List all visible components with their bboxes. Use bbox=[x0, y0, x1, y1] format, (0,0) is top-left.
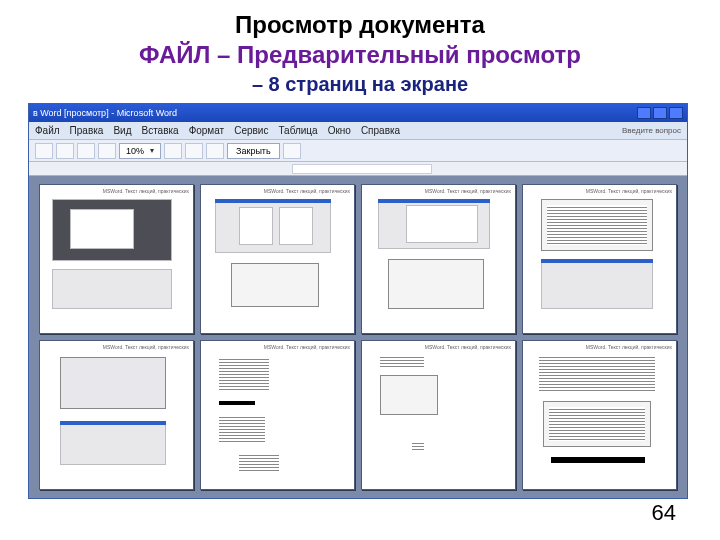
word-window: в Word [просмотр] - Microsoft Word Файл … bbox=[28, 103, 688, 499]
menu-help[interactable]: Справка bbox=[361, 125, 400, 136]
title-line-3: – 8 страниц на экране bbox=[28, 72, 692, 97]
help-hint[interactable]: Введите вопрос bbox=[622, 126, 681, 135]
page-thumbnail-7[interactable]: MSWord. Текст лекций, практических bbox=[361, 340, 516, 490]
print-button[interactable] bbox=[35, 143, 53, 159]
page-thumbnail-1[interactable]: MSWord. Текст лекций, практических bbox=[39, 184, 194, 334]
ruler-strip bbox=[292, 164, 432, 174]
page-thumbnail-6[interactable]: MSWord. Текст лекций, практических bbox=[200, 340, 355, 490]
maximize-button[interactable] bbox=[653, 107, 667, 119]
close-preview-button[interactable]: Закрыть bbox=[227, 143, 280, 159]
chevron-down-icon: ▾ bbox=[150, 146, 154, 155]
ruler-toggle-button[interactable] bbox=[164, 143, 182, 159]
page-header-text: MSWord. Текст лекций, практических bbox=[40, 341, 193, 351]
preview-toolbar: 10% ▾ Закрыть bbox=[29, 140, 687, 162]
title-line-2: ФАЙЛ – Предварительный просмотр bbox=[28, 40, 692, 70]
menu-format[interactable]: Формат bbox=[189, 125, 225, 136]
title-line-1: Просмотр документа bbox=[28, 10, 692, 40]
menu-view[interactable]: Вид bbox=[113, 125, 131, 136]
zoom-select[interactable]: 10% ▾ bbox=[119, 143, 161, 159]
menu-file[interactable]: Файл bbox=[35, 125, 60, 136]
preview-canvas[interactable]: MSWord. Текст лекций, практических MSWor… bbox=[29, 176, 687, 498]
menu-tools[interactable]: Сервис bbox=[234, 125, 268, 136]
window-title: в Word [просмотр] - Microsoft Word bbox=[33, 108, 177, 118]
menu-edit[interactable]: Правка bbox=[70, 125, 104, 136]
help-button[interactable] bbox=[283, 143, 301, 159]
menu-table[interactable]: Таблица bbox=[278, 125, 317, 136]
horizontal-ruler[interactable] bbox=[29, 162, 687, 176]
multi-page-button[interactable] bbox=[98, 143, 116, 159]
page-thumbnail-5[interactable]: MSWord. Текст лекций, практических bbox=[39, 340, 194, 490]
one-page-button[interactable] bbox=[77, 143, 95, 159]
window-titlebar[interactable]: в Word [просмотр] - Microsoft Word bbox=[29, 104, 687, 122]
window-controls bbox=[637, 107, 683, 119]
page-thumbnail-3[interactable]: MSWord. Текст лекций, практических bbox=[361, 184, 516, 334]
page-header-text: MSWord. Текст лекций, практических bbox=[201, 185, 354, 195]
page-grid: MSWord. Текст лекций, практических MSWor… bbox=[39, 184, 677, 490]
menu-insert[interactable]: Вставка bbox=[141, 125, 178, 136]
page-thumbnail-2[interactable]: MSWord. Текст лекций, практических bbox=[200, 184, 355, 334]
page-header-text: MSWord. Текст лекций, практических bbox=[40, 185, 193, 195]
minimize-button[interactable] bbox=[637, 107, 651, 119]
page-header-text: MSWord. Текст лекций, практических bbox=[523, 185, 676, 195]
fullscreen-button[interactable] bbox=[206, 143, 224, 159]
page-header-text: MSWord. Текст лекций, практических bbox=[523, 341, 676, 351]
magnifier-button[interactable] bbox=[56, 143, 74, 159]
close-window-button[interactable] bbox=[669, 107, 683, 119]
zoom-value: 10% bbox=[126, 146, 144, 156]
menu-window[interactable]: Окно bbox=[328, 125, 351, 136]
menubar: Файл Правка Вид Вставка Формат Сервис Та… bbox=[29, 122, 687, 140]
close-preview-label: Закрыть bbox=[236, 146, 271, 156]
shrink-to-fit-button[interactable] bbox=[185, 143, 203, 159]
slide-number: 64 bbox=[652, 500, 676, 526]
page-thumbnail-8[interactable]: MSWord. Текст лекций, практических bbox=[522, 340, 677, 490]
page-thumbnail-4[interactable]: MSWord. Текст лекций, практических bbox=[522, 184, 677, 334]
page-header-text: MSWord. Текст лекций, практических bbox=[201, 341, 354, 351]
page-header-text: MSWord. Текст лекций, практических bbox=[362, 185, 515, 195]
page-header-text: MSWord. Текст лекций, практических bbox=[362, 341, 515, 351]
